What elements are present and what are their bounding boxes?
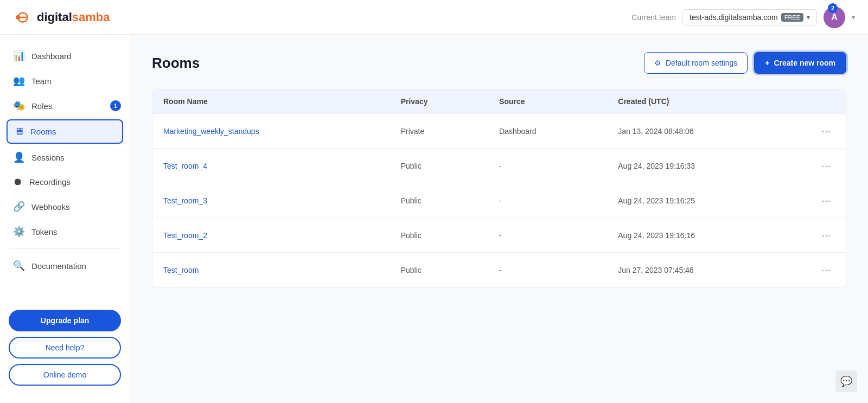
rooms-icon: 🖥 (14, 126, 24, 137)
tokens-icon: ⚙️ (13, 226, 25, 238)
create-room-label: Create new room (774, 59, 835, 67)
logo-text: digitalsamba (37, 10, 110, 24)
actions-cell: ··· (806, 183, 846, 218)
sessions-icon: 👤 (13, 151, 25, 163)
sidebar-nav: 📊 Dashboard 👥 Team 🎭 Roles 1 🖥 Rooms 👤 S… (0, 43, 130, 301)
room-name-cell: Test_room_2 (152, 218, 390, 253)
privacy-cell: Public (390, 183, 488, 218)
col-source: Source (488, 89, 607, 114)
plus-icon: + (765, 59, 769, 67)
actions-cell: ··· (806, 114, 846, 149)
row-more-button-2[interactable]: ··· (817, 192, 835, 209)
source-cell: - (488, 253, 607, 287)
room-name-cell: Test_room_3 (152, 183, 390, 218)
sidebar-item-documentation[interactable]: 🔍 Documentation (0, 253, 130, 278)
table-row: Test_room_3 Public - Aug 24, 2023 19:16:… (152, 183, 846, 218)
notification-badge: 2 (828, 3, 838, 13)
chat-icon[interactable]: 💬 (835, 370, 857, 392)
row-more-button-1[interactable]: ··· (817, 157, 835, 174)
sidebar-label-tokens: Tokens (31, 227, 58, 236)
settings-gear-icon: ⚙ (654, 59, 661, 67)
sidebar-label-dashboard: Dashboard (31, 52, 71, 61)
team-selector[interactable]: test-ads.digitalsamba.com FREE ▾ (682, 9, 817, 25)
sidebar-bottom: Upgrade plan Need help? Online demo (0, 301, 130, 394)
sidebar-label-documentation: Documentation (31, 261, 86, 271)
dashboard-icon: 📊 (13, 50, 25, 62)
current-team-label: Current team (631, 13, 676, 22)
sidebar-item-sessions[interactable]: 👤 Sessions (0, 145, 130, 170)
team-icon: 👥 (13, 75, 25, 87)
sidebar-label-webhooks: Webhooks (31, 202, 70, 212)
team-plan-badge: FREE (781, 13, 803, 22)
sidebar-item-webhooks[interactable]: 🔗 Webhooks (0, 194, 130, 219)
source-cell: Dashboard (488, 114, 607, 149)
sidebar-label-roles: Roles (31, 101, 52, 111)
created-cell: Jun 27, 2023 07:45:46 (607, 253, 806, 287)
header-right: Current team test-ads.digitalsamba.com F… (631, 7, 855, 28)
table-body: Marketing_weekly_standups Private Dashbo… (152, 114, 846, 287)
chat-bubble-icon: 💬 (840, 375, 852, 387)
team-name: test-ads.digitalsamba.com (690, 13, 778, 22)
table-header: Room Name Privacy Source Created (UTC) (152, 89, 846, 114)
actions-cell: ··· (806, 149, 846, 183)
avatar-chevron-icon[interactable]: ▾ (852, 14, 855, 21)
row-more-button-0[interactable]: ··· (817, 123, 835, 139)
room-name-cell: Test_room_4 (152, 149, 390, 183)
source-cell: - (488, 218, 607, 253)
sidebar-item-tokens[interactable]: ⚙️ Tokens (0, 219, 130, 244)
table-row: Test_room_2 Public - Aug 24, 2023 19:16:… (152, 218, 846, 253)
room-link[interactable]: Marketing_weekly_standups (163, 127, 259, 136)
upgrade-plan-button[interactable]: Upgrade plan (9, 310, 121, 331)
col-room-name: Room Name (152, 89, 390, 114)
logo-icon (13, 11, 33, 24)
sidebar-item-team[interactable]: 👥 Team (0, 68, 130, 93)
room-link[interactable]: Test_room_4 (163, 162, 207, 170)
table-row: Test_room Public - Jun 27, 2023 07:45:46… (152, 253, 846, 287)
sidebar-item-recordings[interactable]: ⏺ Recordings (0, 170, 130, 194)
created-cell: Aug 24, 2023 19:16:33 (607, 149, 806, 183)
roles-badge: 1 (110, 100, 121, 111)
webhooks-icon: 🔗 (13, 201, 25, 213)
actions-cell: ··· (806, 253, 846, 287)
created-cell: Aug 24, 2023 19:16:25 (607, 183, 806, 218)
sidebar-label-rooms: Rooms (30, 127, 56, 136)
source-cell: - (488, 149, 607, 183)
room-link[interactable]: Test_room (163, 266, 199, 274)
rooms-table-container: Room Name Privacy Source Created (UTC) M… (152, 89, 846, 287)
created-cell: Aug 24, 2023 19:16:16 (607, 218, 806, 253)
sidebar-item-dashboard[interactable]: 📊 Dashboard (0, 43, 130, 68)
logo-samba: samba (72, 10, 110, 24)
table-row: Test_room_4 Public - Aug 24, 2023 19:16:… (152, 149, 846, 183)
logo-digital: digital (37, 10, 72, 24)
privacy-cell: Public (390, 149, 488, 183)
actions-cell: ··· (806, 218, 846, 253)
sidebar: 📊 Dashboard 👥 Team 🎭 Roles 1 🖥 Rooms 👤 S… (0, 35, 130, 403)
sidebar-item-roles[interactable]: 🎭 Roles 1 (0, 93, 130, 118)
rooms-table: Room Name Privacy Source Created (UTC) M… (152, 89, 846, 287)
default-room-settings-button[interactable]: ⚙ Default room settings (644, 52, 748, 74)
need-help-button[interactable]: Need help? (9, 337, 121, 359)
documentation-icon: 🔍 (13, 260, 25, 272)
header: digitalsamba Current team test-ads.digit… (0, 0, 868, 35)
roles-icon: 🎭 (13, 100, 25, 112)
sidebar-label-recordings: Recordings (29, 177, 71, 187)
privacy-cell: Private (390, 114, 488, 149)
content-actions: ⚙ Default room settings + Create new roo… (644, 52, 846, 74)
row-more-button-3[interactable]: ··· (817, 227, 835, 244)
room-name-cell: Test_room (152, 253, 390, 287)
sidebar-label-sessions: Sessions (31, 153, 65, 162)
avatar-wrap: 2 A (824, 7, 845, 28)
table-row: Marketing_weekly_standups Private Dashbo… (152, 114, 846, 149)
page-title: Rooms (152, 55, 200, 72)
sidebar-item-rooms[interactable]: 🖥 Rooms (7, 119, 123, 144)
room-link[interactable]: Test_room_3 (163, 196, 207, 205)
privacy-cell: Public (390, 253, 488, 287)
row-more-button-4[interactable]: ··· (817, 261, 835, 278)
created-cell: Jan 13, 2024 08:48:06 (607, 114, 806, 149)
create-new-room-button[interactable]: + Create new room (754, 52, 846, 74)
col-actions (806, 89, 846, 114)
recordings-icon: ⏺ (13, 176, 23, 188)
sidebar-divider (9, 248, 121, 249)
online-demo-button[interactable]: Online demo (9, 364, 121, 386)
room-link[interactable]: Test_room_2 (163, 231, 207, 240)
